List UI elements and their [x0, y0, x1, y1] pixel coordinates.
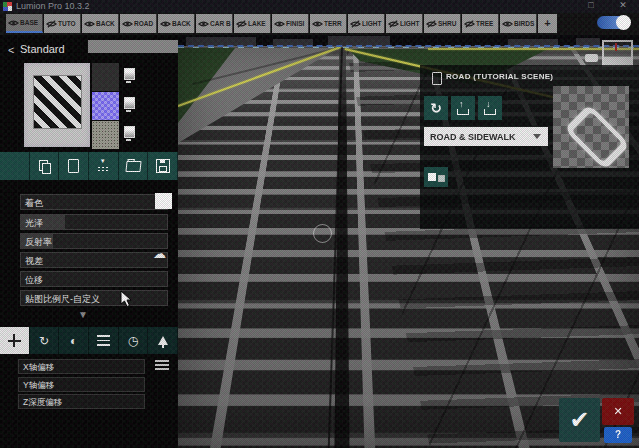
layer-tab-lake[interactable]: LAKE: [234, 14, 271, 33]
confirm-button[interactable]: ✔: [559, 398, 600, 442]
paste-material-button[interactable]: [59, 152, 89, 180]
save-material-button[interactable]: [148, 152, 178, 180]
material-subtabs: ↻ ◐ ◷: [0, 327, 178, 354]
eye-icon[interactable]: [160, 20, 171, 28]
eye-off-icon[interactable]: [350, 20, 361, 28]
dropdown-value: ROAD & SIDEWALK: [430, 132, 533, 142]
refresh-button[interactable]: ↻: [424, 96, 448, 120]
tab-position[interactable]: [0, 327, 30, 354]
layer-tab-base[interactable]: BASE: [6, 14, 43, 33]
eye-off-icon[interactable]: [388, 20, 399, 28]
layer-tab-label: LAKE: [248, 20, 266, 27]
road-shape-preview[interactable]: [553, 86, 629, 168]
texture-slot-normal[interactable]: [92, 92, 119, 120]
material-thumbnail[interactable]: [24, 63, 90, 147]
save-to-library-button[interactable]: [89, 152, 119, 180]
import-tray-icon: ↑: [457, 102, 469, 115]
layer-tab-light2[interactable]: LIGHT: [386, 14, 423, 33]
copy-material-button[interactable]: [30, 152, 60, 180]
tab-rotate[interactable]: ↻: [30, 327, 60, 354]
slider-gloss[interactable]: 光泽: [20, 214, 168, 230]
export-button[interactable]: ↓: [478, 96, 502, 120]
layer-tab-road[interactable]: ROAD: [120, 14, 157, 33]
maximize-button[interactable]: □: [584, 0, 598, 10]
slider-label: 视差: [25, 255, 43, 268]
layer-tab-label: BASE: [20, 19, 38, 26]
layer-tab-shrubs[interactable]: SHRU: [424, 14, 461, 33]
cancel-button[interactable]: ✕: [602, 398, 634, 425]
layer-visibility-toggle[interactable]: [597, 16, 630, 29]
material-toolbar: [0, 152, 178, 180]
window-title: Lumion Pro 10.3.2: [16, 1, 90, 11]
lumion-logo-icon: [3, 2, 12, 11]
layer-tab-terrain[interactable]: TERR: [310, 14, 347, 33]
tab-foliage[interactable]: [148, 327, 178, 354]
back-chevron-icon[interactable]: <: [8, 44, 14, 56]
library-grid-icon: [97, 160, 110, 173]
eye-icon[interactable]: [198, 20, 209, 28]
eye-off-icon[interactable]: [464, 20, 475, 28]
open-material-button[interactable]: [119, 152, 149, 180]
close-button[interactable]: ✕: [616, 0, 630, 10]
slider-label: 位移: [25, 274, 43, 287]
tab-weathering[interactable]: ◐: [59, 327, 89, 354]
orientation-widget[interactable]: [602, 40, 633, 67]
layer-tab-back1[interactable]: BACK: [82, 14, 119, 33]
texture-picker-icon[interactable]: [124, 126, 135, 138]
tab-animation[interactable]: ◷: [119, 327, 149, 354]
slider-parallax[interactable]: 视差: [20, 252, 168, 268]
road-panel-title: ROAD (TUTORIAL SCENE): [446, 72, 553, 81]
layer-tab-label: BIRDS: [514, 20, 534, 27]
eye-icon[interactable]: [8, 19, 19, 27]
move-icon: [8, 334, 21, 347]
texture-slot-diffuse[interactable]: [92, 63, 119, 91]
layer-tab-trees[interactable]: TREE: [462, 14, 499, 33]
slider-label: 反射率: [25, 236, 52, 249]
panel-header-gray-area: [88, 40, 178, 53]
layer-tab-tuto[interactable]: TUTO: [44, 14, 81, 33]
road-type-dropdown[interactable]: ROAD & SIDEWALK: [424, 127, 548, 146]
slider-reflectivity[interactable]: 反射率: [20, 233, 168, 249]
slider-displacement[interactable]: 位移: [20, 271, 168, 287]
rotate-icon: ↻: [39, 335, 49, 347]
eye-off-icon[interactable]: [46, 20, 57, 28]
texture-picker-icon[interactable]: [124, 68, 135, 80]
eye-icon[interactable]: [122, 20, 133, 28]
eye-off-icon[interactable]: [236, 20, 247, 28]
expand-more-arrow[interactable]: ▼: [78, 309, 88, 320]
eye-icon[interactable]: [274, 20, 285, 28]
eye-icon[interactable]: [312, 20, 323, 28]
horizon-dashed-highlight: [178, 47, 639, 48]
add-layer-button[interactable]: +: [538, 14, 557, 33]
layer-tab-light1[interactable]: LIGHT: [348, 14, 385, 33]
layer-tab-label: CAR B: [210, 20, 231, 27]
help-button[interactable]: ?: [604, 427, 632, 443]
slider-colorize[interactable]: 着色: [20, 194, 168, 210]
relief-cloud-icon[interactable]: ☁: [153, 246, 166, 261]
layer-tab-birds[interactable]: BIRDS: [500, 14, 537, 33]
layer-tab-back2[interactable]: BACK: [158, 14, 195, 33]
material-title: Standard: [20, 43, 65, 55]
options-menu-icon[interactable]: [155, 360, 169, 362]
eye-off-icon[interactable]: [426, 20, 437, 28]
tab-settings[interactable]: [89, 327, 119, 354]
edit-materials-button[interactable]: [424, 167, 448, 187]
document-icon: [432, 72, 442, 85]
layer-tab-label: SHRU: [438, 20, 456, 27]
slider-z-offset[interactable]: Z深度偏移: [18, 394, 145, 409]
import-button[interactable]: ↑: [451, 96, 475, 120]
slider-x-offset[interactable]: X轴偏移: [18, 359, 145, 374]
diagonal-stripes-texture: [33, 75, 82, 129]
layer-tab-car[interactable]: CAR B: [196, 14, 233, 33]
slider-y-offset[interactable]: Y轴偏移: [18, 377, 145, 392]
layer-tab-label: TUTO: [58, 20, 76, 27]
layer-tab-finish[interactable]: FINISI: [272, 14, 309, 33]
eye-icon[interactable]: [502, 20, 513, 28]
texture-picker-icon[interactable]: [124, 97, 135, 109]
texture-slot-displacement[interactable]: [92, 121, 119, 149]
color-swatch[interactable]: [155, 193, 172, 209]
layer-tab-label: BACK: [172, 20, 191, 27]
eye-icon[interactable]: [84, 20, 95, 28]
slider-map-scale[interactable]: 贴图比例尺-自定义: [20, 290, 168, 306]
slider-label: 着色: [25, 197, 43, 210]
